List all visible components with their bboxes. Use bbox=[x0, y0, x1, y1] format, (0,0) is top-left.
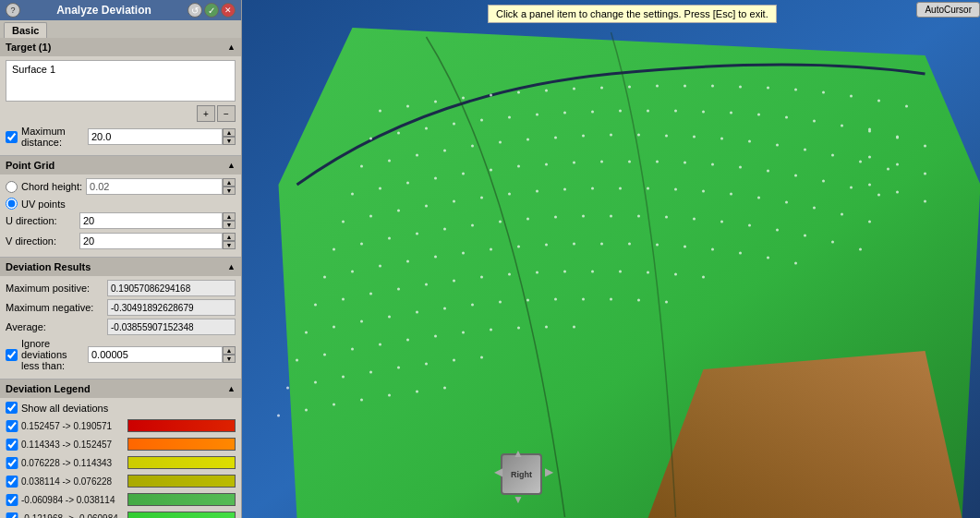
svg-point-7 bbox=[545, 90, 548, 92]
svg-point-16 bbox=[794, 89, 797, 91]
cube-down-arrow[interactable]: ▼ bbox=[513, 493, 524, 506]
deviation-results-section-title: Deviation Results bbox=[6, 261, 91, 272]
chord-height-input[interactable] bbox=[86, 178, 223, 195]
svg-point-119 bbox=[831, 241, 834, 244]
svg-point-167 bbox=[665, 301, 668, 304]
svg-point-47 bbox=[526, 139, 529, 141]
target-remove-button[interactable]: − bbox=[217, 105, 236, 122]
target-add-button[interactable]: + bbox=[197, 105, 215, 122]
target-list[interactable]: Surface 1 bbox=[6, 60, 236, 102]
svg-point-26 bbox=[508, 116, 511, 119]
svg-point-192 bbox=[416, 391, 418, 393]
target-section-header[interactable]: Target (1) ▲ bbox=[0, 38, 241, 56]
tab-basic[interactable]: Basic bbox=[4, 22, 47, 38]
reset-button[interactable]: ↺ bbox=[188, 3, 202, 18]
u-direction-input[interactable] bbox=[79, 212, 223, 229]
svg-point-115 bbox=[720, 221, 723, 223]
legend-range-3: 0.038114 -> 0.076228 bbox=[21, 476, 127, 487]
svg-point-87 bbox=[508, 193, 511, 196]
svg-point-21 bbox=[369, 138, 372, 140]
max-distance-up-button[interactable]: ▲ bbox=[223, 128, 236, 137]
svg-point-45 bbox=[471, 145, 474, 148]
svg-point-92 bbox=[647, 187, 649, 190]
chord-height-down-button[interactable]: ▼ bbox=[223, 187, 236, 195]
legend-checkbox-2[interactable] bbox=[6, 457, 18, 469]
cube-up-arrow[interactable]: ▲ bbox=[513, 447, 524, 460]
ignore-up-button[interactable]: ▲ bbox=[223, 346, 236, 355]
svg-point-118 bbox=[804, 235, 806, 237]
svg-point-173 bbox=[434, 335, 437, 338]
ignore-deviations-checkbox[interactable] bbox=[6, 349, 18, 361]
svg-point-93 bbox=[674, 188, 677, 191]
chord-height-up-button[interactable]: ▲ bbox=[223, 178, 236, 187]
close-button[interactable]: ✕ bbox=[221, 3, 236, 18]
max-distance-input[interactable] bbox=[88, 128, 223, 145]
svg-point-144 bbox=[453, 280, 455, 283]
svg-point-161 bbox=[499, 301, 502, 304]
svg-point-140 bbox=[342, 298, 345, 301]
svg-point-3 bbox=[434, 101, 437, 103]
svg-point-164 bbox=[582, 298, 585, 301]
svg-point-102 bbox=[360, 243, 363, 246]
u-direction-down-button[interactable]: ▼ bbox=[223, 221, 236, 229]
ignore-deviations-spin-buttons: ▲ ▼ bbox=[223, 346, 236, 363]
svg-point-83 bbox=[397, 210, 400, 212]
svg-point-141 bbox=[369, 293, 372, 295]
ok-button[interactable]: ✓ bbox=[204, 3, 219, 18]
svg-point-14 bbox=[739, 86, 742, 89]
deviation-results-section-header[interactable]: Deviation Results ▲ bbox=[0, 258, 241, 276]
average-label: Average: bbox=[6, 321, 107, 332]
svg-point-61 bbox=[351, 193, 354, 196]
u-direction-up-button[interactable]: ▲ bbox=[223, 212, 236, 221]
svg-point-9 bbox=[600, 87, 603, 90]
legend-color-bar-2 bbox=[127, 456, 236, 469]
svg-point-1 bbox=[379, 110, 381, 113]
svg-point-28 bbox=[563, 112, 566, 114]
svg-point-6 bbox=[517, 91, 520, 94]
point-grid-section-header[interactable]: Point Grid ▲ bbox=[0, 156, 241, 175]
legend-checkbox-4[interactable] bbox=[6, 494, 18, 506]
svg-point-5 bbox=[490, 94, 492, 97]
cube-left-arrow[interactable]: ◀ bbox=[494, 465, 502, 478]
deviation-legend-section-header[interactable]: Deviation Legend ▲ bbox=[0, 379, 241, 398]
svg-point-57 bbox=[804, 149, 806, 151]
svg-point-46 bbox=[499, 141, 502, 144]
max-distance-down-button[interactable]: ▼ bbox=[223, 137, 236, 145]
svg-point-110 bbox=[582, 215, 585, 218]
v-direction-up-button[interactable]: ▲ bbox=[223, 233, 236, 241]
svg-point-82 bbox=[369, 215, 372, 218]
svg-point-69 bbox=[573, 162, 575, 164]
uv-points-row: UV points bbox=[6, 198, 236, 210]
point-grid-section-content: Chord height: ▲ ▼ UV points U direction: bbox=[0, 175, 241, 257]
chord-height-radio[interactable] bbox=[6, 181, 18, 193]
max-distance-checkbox[interactable] bbox=[6, 131, 18, 143]
help-button[interactable]: ? bbox=[6, 3, 20, 18]
show-all-deviations-checkbox[interactable] bbox=[6, 402, 18, 414]
svg-point-112 bbox=[637, 215, 640, 218]
v-direction-input[interactable] bbox=[79, 233, 223, 249]
nav-cube[interactable]: Right ◀ ▶ ▲ ▼ bbox=[496, 449, 551, 504]
uv-points-radio[interactable] bbox=[6, 198, 18, 210]
legend-checkbox-3[interactable] bbox=[6, 476, 18, 488]
svg-point-29 bbox=[591, 111, 594, 114]
svg-point-180 bbox=[314, 381, 317, 384]
ignore-deviations-input[interactable] bbox=[88, 346, 223, 363]
legend-checkbox-0[interactable] bbox=[6, 420, 18, 432]
point-grid-section-title: Point Grid bbox=[6, 160, 54, 171]
v-direction-down-button[interactable]: ▼ bbox=[223, 241, 236, 249]
svg-point-168 bbox=[296, 359, 298, 362]
svg-point-77 bbox=[794, 175, 797, 177]
svg-point-188 bbox=[305, 409, 308, 412]
svg-point-131 bbox=[600, 243, 603, 246]
legend-checkbox-5[interactable] bbox=[6, 512, 18, 519]
svg-point-10 bbox=[628, 86, 631, 89]
svg-point-182 bbox=[369, 371, 372, 374]
ignore-down-button[interactable]: ▼ bbox=[223, 355, 236, 363]
legend-item-5: -0.121968 -> -0.060984 bbox=[6, 510, 236, 518]
svg-point-66 bbox=[490, 169, 492, 172]
svg-point-88 bbox=[536, 190, 538, 193]
cube-right-arrow[interactable]: ▶ bbox=[545, 465, 553, 478]
svg-point-125 bbox=[434, 256, 437, 259]
svg-point-64 bbox=[434, 177, 437, 180]
legend-checkbox-1[interactable] bbox=[6, 439, 18, 451]
